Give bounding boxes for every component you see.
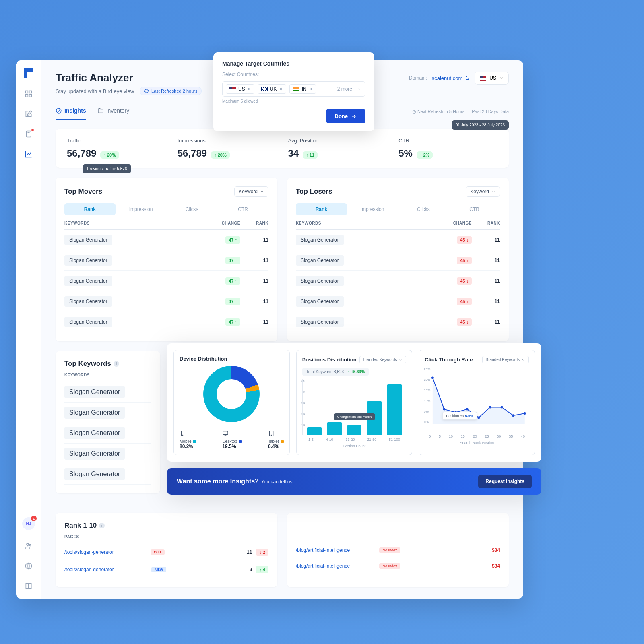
keyword-chip: Slogan Generator (296, 235, 344, 245)
traffic-delta: ↑ 20% (100, 151, 119, 159)
list-item[interactable]: Slogan Generator (64, 444, 151, 464)
svg-point-23 (524, 412, 526, 415)
svg-point-15 (431, 377, 434, 379)
table-row[interactable]: Slogan Generator45 ↓11 (296, 312, 500, 332)
analytics-icon[interactable] (24, 150, 33, 159)
country-chip-us[interactable]: US× (226, 84, 254, 94)
table-row[interactable]: Slogan Generator45 ↓11 (296, 250, 500, 271)
request-insights-button[interactable]: Request Insights (478, 475, 532, 488)
table-row[interactable]: Slogan Generator47 ↑11 (64, 250, 268, 271)
metrics-row: Traffic 56,789 ↑ 20% Previous Traffic: 5… (56, 129, 509, 168)
country-chip-uk[interactable]: UK× (258, 84, 286, 94)
floating-insights: Device Distribution Mobile 80.2% Desktop… (167, 343, 541, 495)
seg-tab-rank[interactable]: Rank (296, 203, 347, 215)
seg-tab-clicks[interactable]: Clicks (398, 203, 449, 215)
seg-tab-ctr[interactable]: CTR (449, 203, 500, 215)
svg-point-14 (271, 435, 271, 435)
seg-tab-clicks[interactable]: Clicks (167, 203, 218, 215)
table-row[interactable]: Slogan Generator47 ↑11 (64, 291, 268, 312)
movers-dropdown[interactable]: Keyword (234, 186, 268, 197)
page-row[interactable]: /blog/artificial-intelligenceNo Index$34 (296, 543, 500, 558)
info-icon[interactable]: i (99, 523, 105, 528)
chevron-down-icon[interactable] (358, 87, 362, 91)
svg-point-18 (466, 408, 469, 411)
keyword-chip: Slogan Generator (296, 276, 344, 286)
line-chart: 25%20%15%10%5%0% Position #3 5.5% (425, 367, 529, 432)
remove-chip-icon[interactable]: × (248, 86, 251, 92)
keyword-chip: Slogan Generator (64, 427, 125, 439)
chevron-down-icon (500, 76, 504, 80)
keyword-chip: Slogan Generator (296, 255, 344, 266)
app-window: HJ1 Traffic Analyzer Stay updated with a… (16, 60, 523, 599)
table-row[interactable]: Slogan Generator45 ↓11 (296, 230, 500, 250)
page-link[interactable]: /tools/slogan-generator (64, 549, 147, 555)
table-row[interactable]: Slogan Generator47 ↑11 (64, 312, 268, 332)
seg-tab-rank[interactable]: Rank (64, 203, 116, 215)
table-row[interactable]: Slogan Generator47 ↑11 (64, 271, 268, 291)
page-link[interactable]: /tools/slogan-generator (64, 567, 147, 572)
svg-point-16 (443, 408, 446, 411)
info-icon[interactable]: i (114, 361, 119, 367)
page-row[interactable]: /tools/slogan-generatorOUT11↓ 2 (64, 544, 268, 561)
country-chip-in[interactable]: IN× (289, 84, 316, 94)
seg-tab-impression[interactable]: Impression (347, 203, 398, 215)
table-row[interactable]: Slogan Generator47 ↑11 (64, 230, 268, 250)
page-link[interactable]: /blog/artificial-intelligence (296, 547, 375, 553)
book-icon[interactable] (24, 582, 33, 590)
more-count: 2 more (337, 86, 352, 92)
list-item[interactable]: Slogan Generator (64, 464, 151, 485)
clock-icon (412, 110, 416, 114)
line-tooltip: Position #3 5.5% (442, 412, 477, 420)
country-dropdown[interactable]: US (475, 72, 509, 85)
insights-icon (56, 107, 62, 114)
bar[interactable] (307, 427, 322, 435)
avg-position-delta: ↑ 11 (303, 151, 318, 159)
svg-point-6 (29, 544, 31, 546)
list-item[interactable]: Slogan Generator (64, 402, 151, 423)
remove-chip-icon[interactable]: × (309, 86, 312, 92)
svg-point-11 (182, 435, 183, 435)
globe-icon[interactable] (24, 561, 33, 570)
traffic-value: 56,789 (67, 148, 96, 159)
page-link[interactable]: /blog/artificial-intelligence (296, 563, 375, 569)
sidebar: HJ1 (16, 60, 41, 599)
tabs: Insights Inventory (56, 103, 129, 120)
tab-inventory[interactable]: Inventory (97, 103, 130, 120)
country-chips-input[interactable]: US× UK× IN× 2 more (222, 81, 365, 97)
tablet-icon (268, 430, 275, 437)
losers-dropdown[interactable]: Keyword (466, 186, 500, 197)
keyword-chip: Slogan Generator (64, 276, 112, 286)
list-item[interactable]: Slogan Generator (64, 382, 151, 402)
tab-insights[interactable]: Insights (56, 103, 86, 120)
user-avatar[interactable]: HJ1 (22, 517, 35, 530)
table-row[interactable]: Slogan Generator45 ↓11 (296, 271, 500, 291)
rank-panel-left: Rank 1-10i PAGES /tools/slogan-generator… (56, 513, 277, 587)
positions-dropdown[interactable]: Branded Keywords (359, 356, 407, 363)
done-button[interactable]: Done (326, 109, 366, 123)
metric-impressions: Impressions 56,789 ↑ 20% (166, 138, 277, 159)
ctr-dropdown[interactable]: Branded Keywords (482, 356, 529, 363)
svg-point-19 (478, 416, 480, 419)
notification-dot (31, 129, 34, 131)
page-row[interactable]: /tools/slogan-generatorNEW9↑ 4 (64, 561, 268, 578)
edit-icon[interactable] (24, 109, 33, 118)
table-row[interactable]: Slogan Generator45 ↓11 (296, 291, 500, 312)
refresh-icon (144, 89, 149, 93)
remove-chip-icon[interactable]: × (279, 86, 283, 92)
modal-title: Manage Target Countries (222, 60, 365, 67)
seg-tab-ctr[interactable]: CTR (217, 203, 268, 215)
refresh-chip[interactable]: Last Refreshed 2 hours (140, 87, 202, 95)
list-item[interactable]: Slogan Generator (64, 423, 151, 444)
donut-chart (203, 366, 260, 422)
bar[interactable] (387, 384, 402, 435)
bar[interactable] (347, 425, 361, 435)
document-icon[interactable] (24, 130, 33, 138)
users-icon[interactable] (24, 541, 33, 550)
dashboard-icon[interactable] (24, 89, 33, 98)
metric-ctr: CTR 5% ↑ 2% (387, 138, 497, 159)
page-row[interactable]: /blog/artificial-intelligenceNo Index$34 (296, 558, 500, 574)
bar[interactable] (327, 422, 342, 435)
domain-value[interactable]: scalenut.com (432, 75, 470, 81)
keyword-chip: Slogan Generator (64, 235, 112, 245)
seg-tab-impression[interactable]: Impression (116, 203, 167, 215)
